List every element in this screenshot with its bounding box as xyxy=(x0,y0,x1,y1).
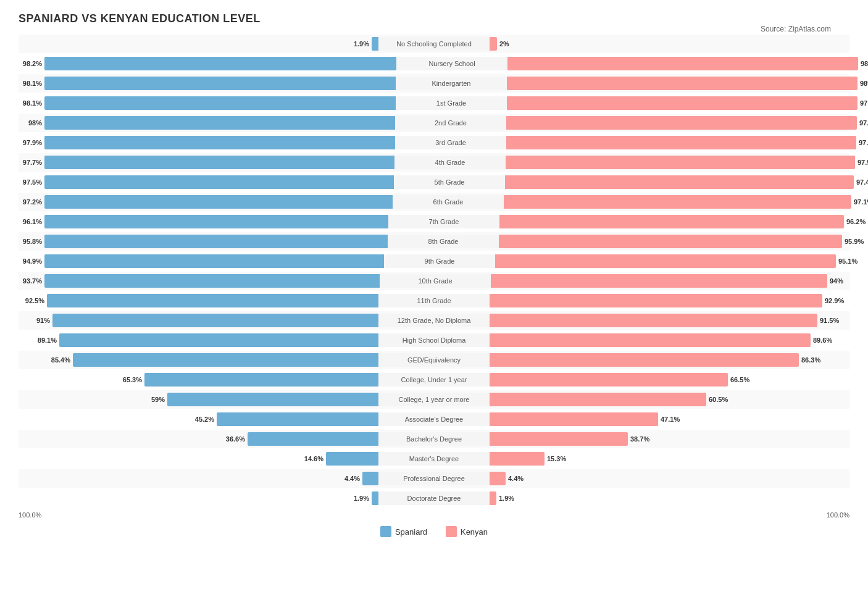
pink-bar xyxy=(490,37,497,51)
blue-bar xyxy=(372,37,378,51)
table-row: 95.8% 8th Grade 95.9% xyxy=(19,232,849,251)
table-row: 96.1% 7th Grade 96.2% xyxy=(19,212,849,231)
right-side: 15.3% xyxy=(490,449,849,468)
blue-bar xyxy=(52,314,378,327)
right-side: 66.5% xyxy=(490,370,849,389)
blue-bar xyxy=(44,136,395,149)
left-side: 98% xyxy=(19,114,395,132)
right-value: 95.1% xyxy=(838,257,862,265)
blue-bar xyxy=(248,432,378,446)
blue-bar xyxy=(44,175,394,189)
left-side: 92.5% xyxy=(19,291,378,310)
right-value: 97.1% xyxy=(854,198,868,206)
row-center-label: Associate's Degree xyxy=(378,412,490,426)
table-row: 94.9% 9th Grade 95.1% xyxy=(19,252,849,270)
blue-bar xyxy=(44,235,388,248)
row-center-label: No Schooling Completed xyxy=(378,37,490,51)
left-side: 94.9% xyxy=(19,252,384,270)
left-side: 93.7% xyxy=(19,272,380,290)
blue-bar xyxy=(44,274,380,288)
table-row: 97.9% 3rd Grade 97.8% xyxy=(19,133,849,152)
left-side: 97.7% xyxy=(19,153,394,172)
right-value: 60.5% xyxy=(709,396,732,403)
row-center-label: Bachelor's Degree xyxy=(378,432,490,446)
left-side: 98.1% xyxy=(19,94,396,112)
right-side: 97.9% xyxy=(507,94,868,112)
left-value: 98.1% xyxy=(19,80,42,87)
table-row: 1.9% No Schooling Completed 2% xyxy=(19,35,849,53)
right-value: 4.4% xyxy=(508,475,532,482)
left-side: 97.9% xyxy=(19,133,395,152)
left-value: 65.3% xyxy=(119,376,142,383)
table-row: 98% 2nd Grade 97.9% xyxy=(19,114,849,132)
pink-bar xyxy=(507,96,858,110)
legend-item-pink: Kenyan xyxy=(446,526,488,537)
right-value: 91.5% xyxy=(820,317,843,324)
right-value: 47.1% xyxy=(661,416,684,423)
row-center-label: 3rd Grade xyxy=(395,136,506,149)
row-center-label: Doctorate Degree xyxy=(378,491,490,505)
left-side: 98.2% xyxy=(19,54,396,73)
right-side: 91.5% xyxy=(490,311,849,330)
left-value: 45.2% xyxy=(191,416,214,423)
left-value: 89.1% xyxy=(33,337,57,344)
legend-blue-label: Spaniard xyxy=(395,527,427,537)
axis-labels: 100.0% 100.0% xyxy=(19,511,849,519)
left-value: 97.7% xyxy=(19,159,42,166)
row-center-label: 1st Grade xyxy=(396,96,507,110)
table-row: 93.7% 10th Grade 94% xyxy=(19,272,849,290)
right-side: 98% xyxy=(507,74,868,93)
right-value: 98% xyxy=(860,80,868,87)
row-center-label: 5th Grade xyxy=(394,175,505,189)
right-side: 38.7% xyxy=(490,430,849,448)
blue-bar xyxy=(362,472,378,485)
row-center-label: College, Under 1 year xyxy=(378,373,490,387)
left-value: 4.4% xyxy=(336,475,360,482)
right-side: 86.3% xyxy=(490,351,849,369)
row-center-label: High School Diploma xyxy=(378,333,490,347)
blue-bar xyxy=(44,156,394,169)
blue-bar xyxy=(144,373,378,387)
left-value: 14.6% xyxy=(300,455,323,462)
table-row: 45.2% Associate's Degree 47.1% xyxy=(19,410,849,429)
right-value: 1.9% xyxy=(499,495,522,502)
right-side: 92.9% xyxy=(490,291,849,310)
blue-bar xyxy=(44,195,393,209)
blue-bar xyxy=(59,333,378,347)
right-value: 2% xyxy=(499,40,523,48)
left-side: 14.6% xyxy=(19,449,378,468)
axis-left: 100.0% xyxy=(19,511,41,519)
right-side: 2% xyxy=(490,35,849,53)
pink-bar xyxy=(506,116,857,130)
table-row: 98.1% Kindergarten 98% xyxy=(19,74,849,93)
pink-bar xyxy=(506,156,855,169)
source-label: Source: ZipAtlas.com xyxy=(761,25,831,33)
pink-bar xyxy=(507,57,858,70)
table-row: 97.2% 6th Grade 97.1% xyxy=(19,193,849,211)
blue-bar xyxy=(44,215,388,228)
table-row: 59% College, 1 year or more 60.5% xyxy=(19,390,849,409)
right-side: 94% xyxy=(491,272,853,290)
pink-bar xyxy=(490,314,817,327)
right-side: 4.4% xyxy=(490,469,849,488)
right-value: 95.9% xyxy=(845,238,868,245)
table-row: 98.1% 1st Grade 97.9% xyxy=(19,94,849,112)
left-side: 4.4% xyxy=(19,469,378,488)
blue-bar xyxy=(326,452,378,466)
blue-bar xyxy=(44,57,396,70)
left-value: 98% xyxy=(19,119,42,127)
right-value: 66.5% xyxy=(730,376,754,383)
pink-bar xyxy=(504,195,851,209)
right-side: 89.6% xyxy=(490,331,849,349)
row-center-label: Professional Degree xyxy=(378,472,490,485)
row-center-label: 6th Grade xyxy=(393,195,504,209)
row-center-label: 12th Grade, No Diploma xyxy=(378,314,490,327)
blue-bar xyxy=(372,491,378,505)
left-side: 1.9% xyxy=(19,489,378,508)
left-value: 97.2% xyxy=(19,198,42,206)
right-side: 47.1% xyxy=(490,410,849,429)
left-value: 92.5% xyxy=(21,297,44,304)
right-side: 98% xyxy=(507,54,868,73)
left-value: 94.9% xyxy=(19,257,42,265)
pink-bar xyxy=(491,274,827,288)
